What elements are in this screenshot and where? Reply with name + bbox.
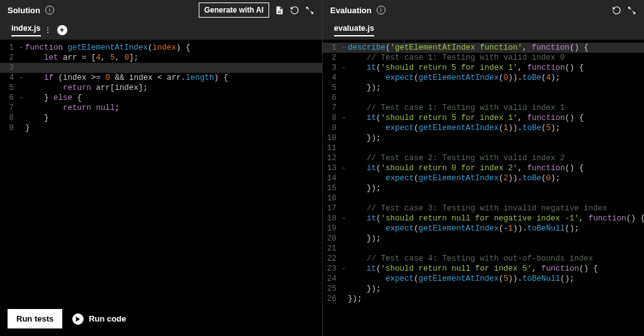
code-line[interactable]: 14 expect(getElementAtIndex(2)).toBe(0); [323,173,644,183]
fold-marker [341,73,348,83]
code-content: let arr = [4, 5, 0]; [25,53,138,63]
code-line[interactable]: 7 return null; [0,103,322,113]
code-line[interactable]: 15 }); [323,183,644,193]
code-line[interactable]: 1-describe('getElementAtIndex function',… [323,43,644,53]
line-number: 19 [323,224,341,234]
generate-with-ai-button[interactable]: Generate with AI [199,3,269,18]
fold-marker [19,123,25,133]
solution-editor[interactable]: 1-function getElementAtIndex(index) {2 l… [0,40,322,336]
evaluation-tab[interactable]: evaluate.js [334,24,374,36]
line-number: 24 [323,274,341,284]
fold-marker[interactable]: - [341,63,348,73]
code-line[interactable]: 6- } else { [0,93,322,103]
fold-marker[interactable]: - [341,43,348,53]
code-line[interactable]: 2 // Test case 1: Testing with valid ind… [323,53,644,63]
code-line[interactable]: 25 }); [323,284,644,294]
tab-menu-icon[interactable] [46,26,50,35]
code-line[interactable]: 4 expect(getElementAtIndex(0)).toBe(4); [323,73,644,83]
file-icon[interactable] [274,5,284,15]
fold-marker [341,103,348,113]
fold-marker[interactable]: - [341,113,348,123]
code-line[interactable]: 9} [0,123,322,133]
evaluation-tab-bar: evaluate.js [323,20,644,40]
code-line[interactable]: 11 [323,143,644,153]
evaluation-title: Evaluation [330,6,372,15]
line-number: 2 [0,53,19,63]
code-content: expect(getElementAtIndex(1)).toBe(5); [348,123,560,133]
code-line[interactable]: 19 expect(getElementAtIndex(-1)).toBeNul… [323,224,644,234]
code-line[interactable]: 6 [323,93,644,103]
code-content: describe('getElementAtIndex function', f… [348,43,589,53]
code-line[interactable]: 3 [0,63,322,73]
line-number: 6 [0,93,19,103]
line-number: 20 [323,234,341,244]
fold-marker [341,193,348,203]
fold-marker [19,53,25,63]
line-number: 3 [0,63,19,73]
reset-icon[interactable] [611,5,621,15]
code-content: }); [348,183,381,193]
line-number: 1 [0,43,19,53]
code-line[interactable]: 4- if (index >= 0 && index < arr.length)… [0,73,322,83]
code-line[interactable]: 23- it('should return null for index 5',… [323,264,644,274]
footer-actions: Run tests Run code [8,309,126,328]
fold-marker [341,123,348,133]
code-line[interactable]: 22 // Test case 4: Testing with out-of-b… [323,254,644,264]
line-number: 12 [323,153,341,163]
fold-marker[interactable]: - [19,73,25,83]
fold-marker[interactable]: - [341,214,348,224]
fold-marker [341,133,348,143]
run-code-button[interactable]: Run code [72,313,126,325]
line-number: 26 [323,294,341,304]
code-content: } [25,123,30,133]
code-line[interactable]: 3- it('should return 5 for index 1', fun… [323,63,644,73]
fold-marker [341,244,348,254]
code-line[interactable]: 21 [323,244,644,254]
code-content: expect(getElementAtIndex(2)).toBe(0); [348,173,560,183]
fold-marker [341,254,348,264]
evaluation-header: Evaluation i [323,0,644,20]
code-line[interactable]: 18- it('should return null for negative … [323,214,644,224]
fold-marker [341,294,348,304]
fold-marker[interactable]: - [19,43,25,53]
line-number: 4 [323,73,341,83]
line-number: 5 [323,83,341,93]
code-line[interactable]: 5 }); [323,83,644,93]
evaluation-editor[interactable]: 1-describe('getElementAtIndex function',… [323,40,644,336]
code-line[interactable]: 24 expect(getElementAtIndex(5)).toBeNull… [323,274,644,284]
code-line[interactable]: 10 }); [323,133,644,143]
fold-marker[interactable]: - [341,163,348,173]
evaluation-pane: Evaluation i evaluate.js 1-describe('get… [323,0,644,336]
info-icon[interactable]: i [377,6,386,14]
solution-tab[interactable]: index.js [11,24,50,36]
code-line[interactable]: 9 expect(getElementAtIndex(1)).toBe(5); [323,123,644,133]
code-line[interactable]: 2 let arr = [4, 5, 0]; [0,53,322,63]
app-root: Solution i Generate with AI index.js + 1… [0,0,644,336]
expand-icon[interactable] [626,5,636,15]
fold-marker [19,103,25,113]
code-line[interactable]: 20 }); [323,234,644,244]
code-line[interactable]: 7 // Test case 1: Testing with valid ind… [323,103,644,113]
fold-marker[interactable]: - [19,93,25,103]
fold-marker [341,53,348,63]
code-content: // Test case 4: Testing with out-of-boun… [348,254,593,264]
code-line[interactable]: 5 return arr[index]; [0,83,322,93]
code-line[interactable]: 8 } [0,113,322,123]
fold-marker[interactable]: - [341,264,348,274]
code-line[interactable]: 1-function getElementAtIndex(index) { [0,43,322,53]
code-line[interactable]: 12 // Test case 2: Testing with valid in… [323,153,644,163]
code-line[interactable]: 26}); [323,294,644,304]
code-line[interactable]: 16 [323,193,644,203]
code-line[interactable]: 8- it('should return 5 for index 1', fun… [323,113,644,123]
reset-icon[interactable] [289,5,299,15]
code-line[interactable]: 13- it('should return 0 for index 2', fu… [323,163,644,173]
run-tests-button[interactable]: Run tests [8,309,62,328]
fold-marker [19,63,25,73]
add-tab-button[interactable]: + [57,25,67,35]
expand-icon[interactable] [304,5,314,15]
line-number: 8 [0,113,19,123]
code-content: expect(getElementAtIndex(0)).toBe(4); [348,73,560,83]
info-icon[interactable]: i [45,6,54,14]
code-line[interactable]: 17 // Test case 3: Testing with invalid … [323,203,644,214]
fold-marker [341,224,348,234]
